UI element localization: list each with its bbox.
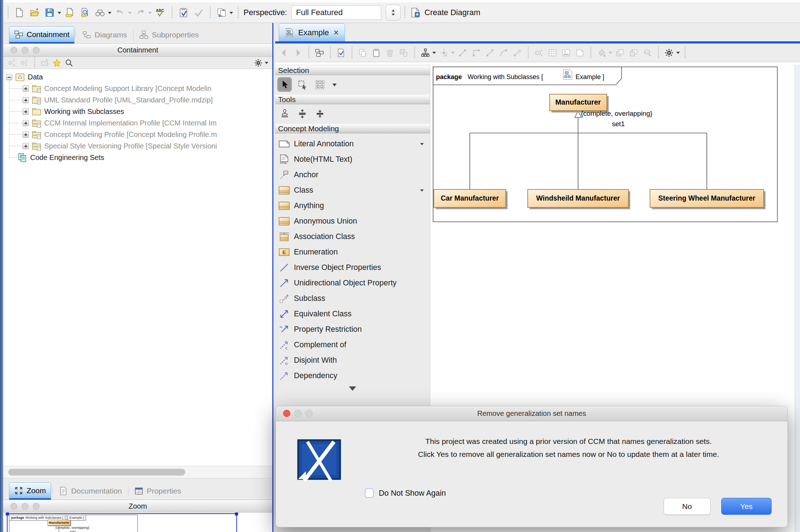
toolbar-grip[interactable] — [527, 47, 529, 59]
toolbar-button[interactable] — [176, 5, 191, 20]
tab-example[interactable]: Example — [279, 23, 345, 41]
palette-section-selection[interactable]: Selection — [275, 65, 430, 75]
caret-down-icon[interactable] — [148, 12, 152, 16]
toolbar-button[interactable] — [369, 46, 383, 60]
perspective-stepper[interactable] — [386, 5, 401, 20]
toolbar-button[interactable] — [510, 46, 524, 60]
tool-button[interactable] — [295, 106, 309, 121]
palette-item[interactable]: Equivalent Class — [275, 306, 430, 322]
palette-item[interactable]: Anonymous Union — [275, 214, 430, 229]
panel-tab[interactable]: Subproperties — [135, 26, 204, 43]
tree-item[interactable]: «» Special Style Versioning Profile [Spe… — [3, 140, 272, 152]
palette-item[interactable]: C Complement of — [275, 337, 430, 353]
palette-item[interactable]: Literal Annotation — [275, 136, 430, 152]
tool-button[interactable] — [277, 106, 292, 121]
toolbar-button[interactable] — [51, 58, 63, 68]
panel-window-buttons[interactable] — [10, 47, 44, 54]
caret-down-icon[interactable] — [451, 52, 455, 56]
toolbar-button[interactable] — [397, 46, 410, 60]
palette-expand-button[interactable] — [275, 384, 430, 396]
tree-item[interactable]: «» CCM Internal Implementation Profile [… — [3, 117, 272, 129]
toolbar-button[interactable] — [113, 5, 128, 20]
toolbar-button[interactable] — [383, 46, 397, 60]
toolbar-button[interactable] — [191, 5, 206, 20]
caret-down-icon[interactable] — [128, 12, 132, 16]
toolbar-grip[interactable] — [171, 6, 173, 19]
do-not-show-again-checkbox[interactable] — [365, 488, 374, 498]
toolbar-button[interactable] — [469, 46, 483, 60]
close-icon[interactable] — [333, 29, 339, 36]
toolbar-button[interactable] — [291, 46, 305, 60]
toolbar-grip[interactable] — [308, 47, 310, 59]
dialog-window-buttons[interactable] — [283, 410, 317, 417]
caret-down-icon[interactable] — [432, 52, 436, 56]
zoom-viewport-rect[interactable] — [7, 513, 237, 532]
toolbar-button[interactable] — [92, 5, 108, 20]
tree-expander-icon[interactable] — [23, 143, 29, 149]
palette-item[interactable]: Subclass — [275, 291, 430, 306]
toolbar-button[interactable] — [214, 5, 229, 20]
toolbar-button[interactable] — [356, 46, 369, 60]
toolbar-button[interactable] — [313, 46, 326, 60]
panel-tab[interactable]: Properties — [129, 482, 186, 500]
toolbar-button[interactable] — [418, 46, 432, 60]
tree-expander-icon[interactable] — [23, 132, 29, 138]
palette-item[interactable]: Anchor — [275, 167, 430, 183]
yes-button[interactable]: Yes — [721, 498, 772, 515]
palette-item[interactable]: Unidirectional Object Property — [275, 275, 430, 291]
toolbar-button[interactable] — [627, 46, 641, 60]
panel-tab[interactable]: Documentation — [54, 482, 127, 500]
tree-item[interactable]: Code Engineering Sets — [3, 152, 272, 163]
palette-section-concept-modeling[interactable]: Concept Modeling — [275, 124, 430, 133]
toolbar-button[interactable] — [546, 46, 559, 60]
palette-item[interactable]: D Disjoint With — [275, 353, 430, 368]
toolbar-grip[interactable] — [7, 6, 9, 19]
toolbar-button[interactable] — [573, 46, 587, 60]
perspective-select[interactable]: Full Featured — [291, 5, 381, 20]
caret-down-icon[interactable] — [108, 12, 112, 16]
toolbar-button[interactable] — [12, 5, 27, 20]
scrollbar-thumb[interactable] — [8, 469, 185, 476]
toolbar-button[interactable] — [532, 46, 546, 60]
toolbar-button[interactable] — [27, 5, 42, 20]
toolbar-button[interactable] — [662, 46, 676, 60]
caret-down-icon[interactable] — [676, 52, 680, 56]
canvas-scrollbar[interactable] — [795, 65, 800, 532]
toolbar-grip[interactable] — [404, 6, 406, 19]
toolbar-button[interactable] — [595, 46, 608, 60]
toolbar-button[interactable]: ABC — [153, 5, 168, 20]
toolbar-grip[interactable] — [684, 47, 686, 59]
toolbar-button[interactable] — [6, 58, 18, 68]
palette-item[interactable]: Association Class — [275, 229, 430, 244]
tree-horizontal-scrollbar[interactable] — [3, 466, 272, 478]
selection-tool-button[interactable] — [313, 77, 327, 92]
toolbar-grip[interactable] — [33, 57, 36, 69]
caret-down-icon[interactable] — [58, 12, 61, 16]
toolbar-grip[interactable] — [413, 47, 415, 59]
create-diagram-button[interactable]: Create Diagram — [410, 7, 480, 18]
palette-item[interactable]: HTML Note(HTML Text) — [275, 152, 430, 167]
panel-splitter[interactable] — [272, 23, 275, 532]
palette-item[interactable]: Class — [275, 183, 430, 198]
panel-tab[interactable]: Diagrams — [77, 26, 132, 43]
palette-item[interactable]: Dependency — [275, 368, 430, 384]
toolbar-button[interactable] — [38, 58, 51, 68]
toolbar-button[interactable] — [252, 58, 264, 68]
tree-item[interactable]: «» Concept Modeling Profile [Concept Mod… — [3, 129, 272, 140]
tree-item[interactable]: Data — [3, 71, 272, 83]
toolbar-button[interactable] — [42, 5, 57, 20]
toolbar-button[interactable] — [456, 46, 469, 60]
selection-tool-button[interactable] — [295, 77, 309, 92]
toolbar-button[interactable] — [63, 58, 75, 68]
caret-down-icon[interactable] — [420, 189, 424, 193]
toolbar-grip[interactable] — [209, 6, 211, 19]
selection-tool-button[interactable] — [277, 77, 292, 92]
toolbar-grip[interactable] — [329, 47, 331, 59]
tree-expander-icon[interactable] — [23, 86, 29, 92]
caret-down-icon[interactable] — [229, 12, 233, 16]
toolbar-grip[interactable] — [237, 6, 239, 19]
palette-item[interactable]: ∞ Property Restriction — [275, 322, 430, 337]
tree-expander-icon[interactable] — [23, 120, 29, 126]
toolbar-button[interactable] — [334, 46, 348, 60]
toolbar-button[interactable] — [559, 46, 573, 60]
